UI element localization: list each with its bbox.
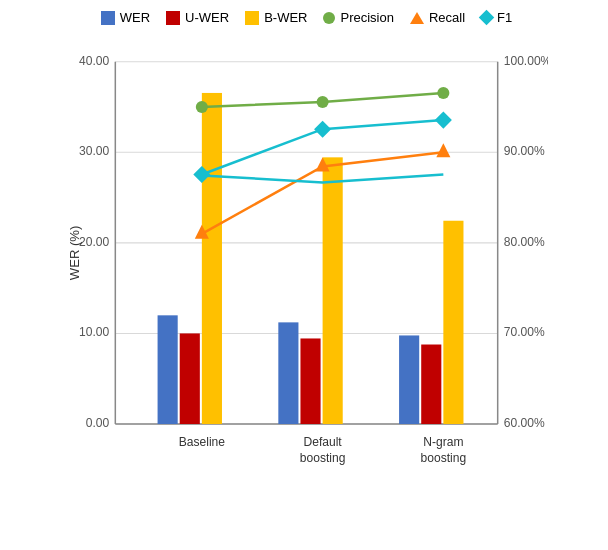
xlabel-ngram2: boosting (421, 451, 467, 465)
precision-point-1 (196, 101, 208, 113)
legend-precision: Precision (323, 10, 393, 25)
f1-icon (479, 10, 495, 26)
bar-ngram-wer (399, 335, 419, 424)
legend-uwer: U-WER (166, 10, 229, 25)
legend-bwer: B-WER (245, 10, 307, 25)
svg-text:0.00: 0.00 (86, 416, 110, 430)
bar-baseline-bwer (202, 93, 222, 424)
svg-text:80.00%: 80.00% (504, 235, 545, 249)
precision-point-2 (317, 96, 329, 108)
svg-text:70.00%: 70.00% (504, 325, 545, 339)
bar-default-bwer (323, 157, 343, 424)
bar-baseline-wer (158, 315, 178, 424)
f1-point-3 (435, 112, 452, 129)
legend-uwer-label: U-WER (185, 10, 229, 25)
chart-legend: WER U-WER B-WER Precision Recall F1 (65, 10, 548, 25)
bar-default-uwer (300, 338, 320, 424)
bar-default-wer (278, 322, 298, 424)
legend-f1-label: F1 (497, 10, 512, 25)
precision-icon (323, 12, 335, 24)
legend-wer: WER (101, 10, 150, 25)
uwer-icon (166, 11, 180, 25)
svg-text:20.00: 20.00 (79, 235, 109, 249)
f1-point-2 (314, 121, 331, 138)
svg-text:10.00: 10.00 (79, 325, 109, 339)
recall-point-3 (436, 143, 450, 157)
xlabel-ngram: N-gram (423, 435, 463, 449)
xlabel-default: Default (303, 435, 342, 449)
legend-wer-label: WER (120, 10, 150, 25)
svg-text:60.00%: 60.00% (504, 416, 545, 430)
legend-bwer-label: B-WER (264, 10, 307, 25)
wer-icon (101, 11, 115, 25)
svg-text:40.00: 40.00 (79, 54, 109, 68)
svg-text:90.00%: 90.00% (504, 144, 545, 158)
legend-recall-label: Recall (429, 10, 465, 25)
svg-text:WER (%): WER (%) (67, 226, 82, 280)
bwer-icon (245, 11, 259, 25)
xlabel-baseline: Baseline (179, 435, 226, 449)
xlabel-default2: boosting (300, 451, 346, 465)
chart-svg: 0.00 10.00 20.00 30.00 40.00 60.00% 70.0… (65, 33, 548, 493)
legend-recall: Recall (410, 10, 465, 25)
recall-icon (410, 12, 424, 24)
svg-text:30.00: 30.00 (79, 144, 109, 158)
legend-precision-label: Precision (340, 10, 393, 25)
bar-baseline-uwer (180, 333, 200, 424)
chart-container: WER U-WER B-WER Precision Recall F1 (0, 0, 608, 550)
precision-point-3 (437, 87, 449, 99)
legend-f1: F1 (481, 10, 512, 25)
svg-text:100.00%: 100.00% (504, 54, 548, 68)
bar-ngram-bwer (443, 221, 463, 424)
bar-ngram-uwer (421, 345, 441, 424)
